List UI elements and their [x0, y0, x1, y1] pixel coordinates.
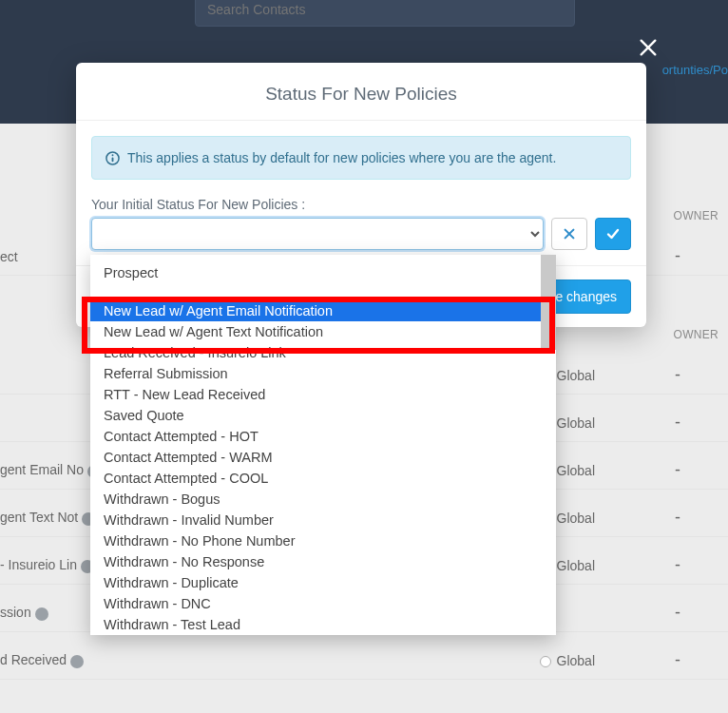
search-input[interactable]: [195, 0, 575, 27]
row-label: ssion: [0, 605, 48, 620]
row-label: d Received: [0, 652, 84, 667]
dropdown-option[interactable]: Saved Quote: [90, 405, 556, 426]
dropdown-option[interactable]: New Lead w/ Agent Text Notification: [90, 321, 556, 342]
x-icon: [563, 227, 576, 241]
check-icon: [605, 226, 621, 241]
info-icon: [105, 151, 120, 165]
field-label: Your Initial Status For New Policies :: [91, 197, 631, 212]
modal-body: This applies a status by default for new…: [76, 121, 646, 265]
row-dash: -: [675, 603, 680, 623]
scrollbar[interactable]: [541, 255, 556, 350]
row-label: ect: [0, 249, 18, 264]
modal-header: Status For New Policies: [76, 63, 646, 121]
dropdown-option[interactable]: Prospect: [90, 262, 556, 283]
row-dash: -: [675, 246, 680, 266]
info-text: This applies a status by default for new…: [127, 150, 556, 165]
modal-title: Status For New Policies: [91, 84, 631, 105]
close-icon[interactable]: [635, 34, 661, 61]
dropdown-option[interactable]: Withdrawn - Invalid Number: [90, 510, 556, 530]
row-label: gent Email No: [0, 462, 101, 477]
row-dash: -: [675, 365, 680, 385]
dropdown-option[interactable]: Withdrawn - Test Lead: [90, 614, 556, 635]
confirm-button[interactable]: [595, 218, 631, 250]
row-dash: -: [675, 508, 680, 528]
info-banner: This applies a status by default for new…: [91, 136, 631, 180]
row-dash: -: [675, 460, 680, 480]
dropdown-option[interactable]: Contact Attempted - COOL: [90, 468, 556, 489]
row-dash: -: [675, 555, 680, 575]
dropdown-option[interactable]: RTT - New Lead Received: [90, 384, 556, 405]
row-label: - Insureio Lin: [0, 557, 94, 572]
row-label: gent Text Not: [0, 510, 95, 525]
help-icon: [70, 655, 84, 668]
svg-rect-3: [112, 157, 114, 162]
dropdown-option[interactable]: Withdrawn - Bogus: [90, 489, 556, 510]
dropdown-panel: ProspectNew Lead w/ Agent Email Notifica…: [90, 255, 556, 635]
dropdown-option[interactable]: Withdrawn - DNC: [90, 593, 556, 614]
row-scope: Global: [540, 653, 595, 668]
dropdown-option[interactable]: Withdrawn - No Response: [90, 551, 556, 572]
dropdown-option[interactable]: Withdrawn - Duplicate: [90, 572, 556, 593]
help-icon: [35, 607, 48, 621]
tab-opportunities[interactable]: ortunties/Po: [662, 63, 728, 77]
column-header-owner: OWNER: [674, 209, 719, 222]
dropdown-option[interactable]: Referral Submission: [90, 363, 556, 384]
row-dash: -: [675, 413, 680, 433]
status-select[interactable]: [91, 218, 544, 250]
svg-rect-4: [112, 154, 114, 156]
dropdown-option[interactable]: Contact Attempted - HOT: [90, 426, 556, 447]
dropdown-option[interactable]: New Lead w/ Agent Email Notification: [90, 300, 556, 321]
dropdown-option[interactable]: Contact Attempted - WARM: [90, 447, 556, 468]
column-header-owner: OWNER: [674, 328, 719, 341]
row-dash: -: [675, 650, 680, 670]
clear-button[interactable]: [551, 218, 587, 250]
dropdown-option[interactable]: Withdrawn - No Phone Number: [90, 530, 556, 551]
table-row: d Received Global -: [0, 642, 728, 680]
dropdown-option[interactable]: Lead Received - Insureio Link: [90, 342, 556, 363]
